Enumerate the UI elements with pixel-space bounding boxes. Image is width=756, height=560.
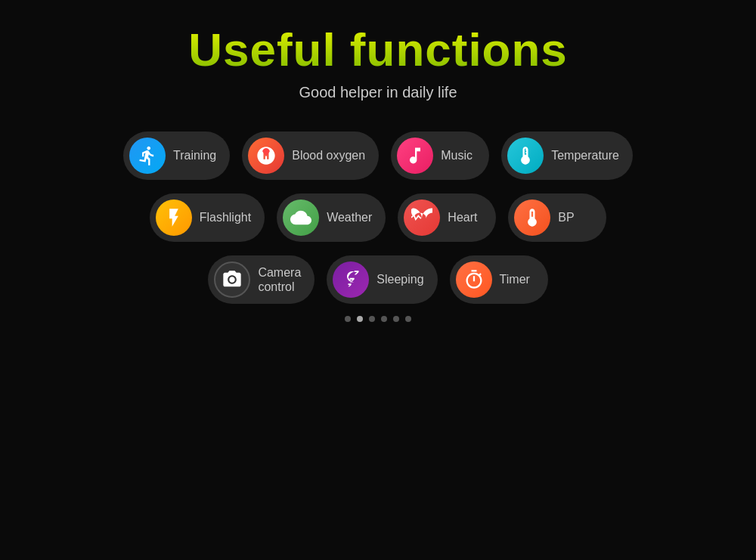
- music-label: Music: [441, 149, 472, 162]
- training-icon: [129, 138, 166, 174]
- sleeping-icon: [333, 261, 369, 298]
- pill-temperature[interactable]: Temperature: [501, 131, 633, 180]
- dot-6[interactable]: [405, 316, 411, 322]
- page-title: Useful functions: [188, 23, 568, 76]
- functions-container: Training Blood oxygen Music: [0, 131, 756, 304]
- function-row-2: Flashlight Weather Heart: [150, 193, 607, 242]
- dot-5[interactable]: [393, 316, 399, 322]
- temperature-icon: [507, 138, 544, 174]
- flashlight-icon: [156, 200, 192, 236]
- dot-3[interactable]: [369, 316, 375, 322]
- blood-oxygen-icon: [248, 138, 284, 174]
- function-row-3: Cameracontrol Sleeping Timer: [208, 255, 547, 304]
- pill-camera-control[interactable]: Cameracontrol: [208, 255, 314, 304]
- blood-oxygen-label: Blood oxygen: [292, 149, 365, 162]
- pill-training[interactable]: Training: [123, 131, 230, 180]
- camera-control-label: Cameracontrol: [258, 265, 301, 294]
- pill-music[interactable]: Music: [391, 131, 489, 180]
- pill-weather[interactable]: Weather: [277, 193, 386, 242]
- heart-label: Heart: [448, 211, 477, 224]
- camera-icon: [214, 261, 250, 298]
- dot-2[interactable]: [357, 316, 363, 322]
- bp-label: BP: [558, 211, 574, 224]
- flashlight-label: Flashlight: [200, 211, 251, 224]
- music-icon: [397, 138, 433, 174]
- function-row-1: Training Blood oxygen Music: [123, 131, 633, 180]
- pagination-dots: [345, 316, 411, 322]
- dot-4[interactable]: [381, 316, 387, 322]
- heart-icon: [404, 200, 440, 236]
- svg-rect-0: [531, 212, 533, 217]
- training-label: Training: [173, 149, 216, 162]
- dot-1[interactable]: [345, 316, 351, 322]
- temperature-label: Temperature: [551, 149, 619, 162]
- timer-label: Timer: [500, 273, 530, 286]
- bp-icon: [514, 200, 550, 236]
- pill-timer[interactable]: Timer: [450, 255, 548, 304]
- pill-heart[interactable]: Heart: [398, 193, 496, 242]
- timer-icon: [456, 261, 492, 298]
- pill-flashlight[interactable]: Flashlight: [150, 193, 265, 242]
- pill-bp[interactable]: BP: [508, 193, 606, 242]
- page-subtitle: Good helper in daily life: [299, 84, 457, 101]
- sleeping-label: Sleeping: [376, 273, 423, 286]
- pill-blood-oxygen[interactable]: Blood oxygen: [242, 131, 379, 180]
- weather-label: Weather: [327, 211, 372, 224]
- pill-sleeping[interactable]: Sleeping: [327, 255, 437, 304]
- weather-icon: [283, 200, 319, 236]
